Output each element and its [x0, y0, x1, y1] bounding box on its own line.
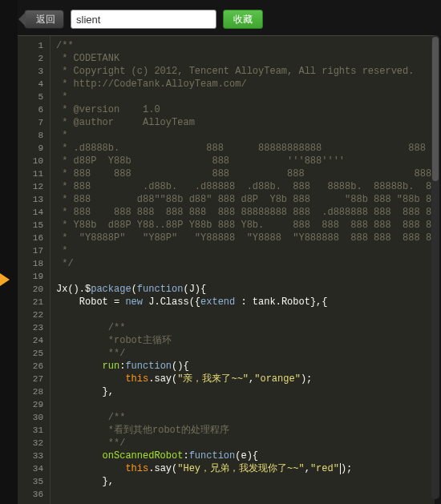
scrollbar-thumb[interactable]	[432, 37, 439, 181]
code-line: * CODETANK	[56, 52, 435, 65]
code-editor[interactable]: 1234567891011121314151617181920212223242…	[18, 35, 435, 504]
line-number: 5	[18, 91, 50, 103]
code-line: **/	[56, 347, 435, 360]
code-line: *	[56, 91, 435, 103]
code-line: this.say("Hey，兄弟，我发现你了~~","red");	[56, 462, 435, 475]
code-line: /**	[56, 411, 435, 424]
line-number: 28	[18, 385, 50, 398]
code-line: *	[56, 244, 435, 257]
line-number: 21	[18, 296, 50, 308]
line-number: 18	[18, 257, 50, 270]
line-number: 6	[18, 103, 50, 116]
line-number: 9	[18, 142, 50, 155]
line-number: 4	[18, 78, 50, 91]
line-number: 30	[18, 411, 50, 424]
line-number: 26	[18, 360, 50, 373]
code-content[interactable]: /** * CODETANK * Copyright (c) 2012, Ten…	[50, 36, 435, 504]
code-line: /**	[56, 321, 435, 334]
line-number: 16	[18, 232, 50, 244]
toolbar: 返回 收藏	[24, 8, 433, 30]
line-number: 29	[18, 398, 50, 411]
line-number: 3	[18, 65, 50, 78]
left-sidebar	[0, 0, 18, 504]
code-line	[56, 488, 435, 501]
code-line: * .d8888b. 888 88888888888 888 TM	[56, 142, 435, 155]
line-number: 10	[18, 155, 50, 167]
code-line: * "Y8888P" "Y88P" "Y88888 "Y8888 "Y88888…	[56, 232, 435, 244]
robot-name-input[interactable]	[71, 10, 216, 29]
code-line: onScannedRobot:function(e){	[56, 450, 435, 462]
code-line: this.say("亲，我来了~~","orange");	[56, 373, 435, 385]
line-number: 11	[18, 167, 50, 180]
code-line	[56, 270, 435, 283]
line-number: 19	[18, 270, 50, 283]
line-number: 34	[18, 462, 50, 475]
code-line: * Y88b d88P Y88..88P Y88b 888 Y8b. 888 8…	[56, 219, 435, 232]
code-line: * http://CodeTank.AlloyTeam.com/	[56, 78, 435, 91]
line-number: 22	[18, 308, 50, 321]
line-number: 33	[18, 450, 50, 462]
line-number: 15	[18, 219, 50, 232]
code-line: *robot主循环	[56, 334, 435, 347]
code-line: */	[56, 257, 435, 270]
code-line: *看到其他robot的处理程序	[56, 424, 435, 437]
code-line: * Copyright (c) 2012, Tencent AlloyTeam,…	[56, 65, 435, 78]
line-number: 35	[18, 475, 50, 488]
code-line: * 888 .d88b. .d88888 .d88b. 888 8888b. 8…	[56, 180, 435, 193]
code-line: Robot = new J.Class({extend : tank.Robot…	[56, 296, 435, 308]
line-number: 23	[18, 321, 50, 334]
code-line	[56, 308, 435, 321]
line-number: 13	[18, 193, 50, 206]
vertical-scrollbar[interactable]	[431, 35, 439, 499]
code-line	[56, 398, 435, 411]
line-number: 12	[18, 180, 50, 193]
code-line: * @author AlloyTeam	[56, 116, 435, 129]
code-line: * @version 1.0	[56, 103, 435, 116]
line-number: 27	[18, 373, 50, 385]
favorite-button[interactable]: 收藏	[223, 10, 263, 29]
line-number: 32	[18, 437, 50, 450]
line-number: 25	[18, 347, 50, 360]
line-number: 7	[18, 116, 50, 129]
code-line: Jx().$package(function(J){	[56, 283, 435, 296]
favorite-button-label: 收藏	[233, 14, 253, 25]
code-line: *	[56, 129, 435, 142]
line-number: 2	[18, 52, 50, 65]
code-line: * d88P Y88b 888 '''888'''' 888	[56, 155, 435, 167]
line-number: 31	[18, 424, 50, 437]
line-number: 1	[18, 39, 50, 52]
code-line: **/	[56, 437, 435, 450]
code-line: },	[56, 385, 435, 398]
line-number: 14	[18, 206, 50, 219]
code-line: * 888 d88""88b d88" 888 d8P Y8b 888 "88b…	[56, 193, 435, 206]
back-button[interactable]: 返回	[24, 10, 64, 29]
line-number: 24	[18, 334, 50, 347]
back-button-label: 返回	[36, 13, 55, 26]
code-line: * 888 888 888 888 888 888 88888888 888 .…	[56, 206, 435, 219]
code-line: },	[56, 475, 435, 488]
code-line: * 888 888 888 888 888	[56, 167, 435, 180]
line-number: 8	[18, 129, 50, 142]
line-number: 17	[18, 244, 50, 257]
expand-arrow-icon[interactable]	[0, 273, 10, 286]
code-line: run:function(){	[56, 360, 435, 373]
line-number: 36	[18, 488, 50, 501]
line-number-gutter: 1234567891011121314151617181920212223242…	[18, 36, 51, 504]
line-number: 20	[18, 283, 50, 296]
code-line: /**	[56, 39, 435, 52]
